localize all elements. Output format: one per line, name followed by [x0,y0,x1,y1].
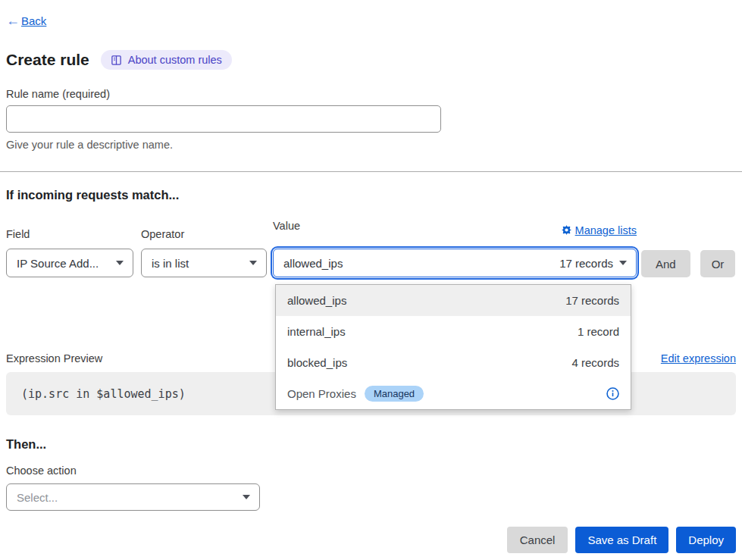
value-select-name: allowed_ips [283,257,343,270]
deploy-button[interactable]: Deploy [676,527,736,553]
operator-label: Operator [141,228,267,240]
about-custom-rules-link[interactable]: About custom rules [101,50,232,70]
value-label: Value [273,220,300,232]
list-option-name: Open Proxies [287,387,356,400]
manage-lists-link[interactable]: Manage lists [562,224,637,236]
value-select[interactable]: allowed_ips 17 records [273,249,637,277]
manage-lists-label: Manage lists [575,224,637,236]
book-icon [111,55,122,66]
list-option-name: allowed_ips [287,294,346,307]
rule-name-input[interactable] [6,105,441,133]
managed-badge: Managed [365,386,424,402]
list-option-internal-ips[interactable]: internal_ips 1 record [276,316,631,347]
operator-select-value: is in list [152,257,189,270]
info-icon[interactable] [606,387,619,400]
back-link[interactable]: ←Back [6,14,736,27]
save-as-draft-button[interactable]: Save as Draft [575,527,668,553]
chevron-down-icon [243,495,250,499]
chevron-down-icon [116,261,124,265]
list-dropdown: allowed_ips 17 records internal_ips 1 re… [275,284,631,410]
operator-select[interactable]: is in list [141,249,267,277]
list-option-open-proxies[interactable]: Open Proxies Managed [276,378,631,409]
field-label: Field [6,228,133,240]
action-select-placeholder: Select... [17,491,58,504]
list-option-blocked-ips[interactable]: blocked_ips 4 records [276,347,631,378]
edit-expression-link[interactable]: Edit expression [661,352,736,364]
gear-icon [562,225,571,235]
chevron-down-icon [249,261,257,265]
rule-name-helper: Give your rule a descriptive name. [6,139,736,151]
action-select[interactable]: Select... [6,483,260,511]
list-option-count: 4 records [571,356,619,369]
match-heading: If incoming requests match... [6,188,736,202]
rule-name-label: Rule name (required) [6,88,736,100]
list-option-allowed-ips[interactable]: allowed_ips 17 records [276,285,631,316]
list-option-name: blocked_ips [287,356,347,369]
page-title: Create rule [6,51,89,69]
value-select-count: 17 records [559,257,613,270]
or-button[interactable]: Or [700,250,736,277]
field-select-value: IP Source Add... [17,257,99,270]
and-button[interactable]: And [641,250,690,277]
cancel-button[interactable]: Cancel [507,527,568,553]
back-arrow-icon: ← [6,14,20,27]
back-link-label: Back [21,14,46,27]
choose-action-label: Choose action [6,465,736,477]
then-heading: Then... [6,437,736,452]
field-select[interactable]: IP Source Add... [6,249,133,277]
chevron-down-icon [619,261,627,265]
about-custom-rules-label: About custom rules [128,54,222,66]
expression-code: (ip.src in $allowed_ips) [21,387,186,401]
list-option-name: internal_ips [287,325,346,338]
section-divider [0,171,742,172]
create-rule-page: ←Back Create rule About custom rules Rul… [0,0,742,560]
expression-preview-label: Expression Preview [6,352,102,364]
list-option-count: 17 records [565,294,619,307]
list-option-count: 1 record [578,325,619,338]
